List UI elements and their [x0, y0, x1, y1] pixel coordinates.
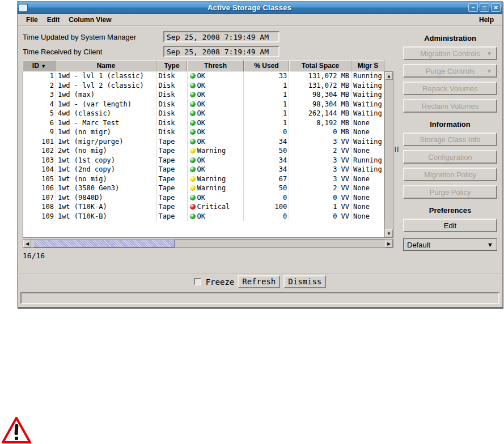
cell-total: 0 VV — [289, 193, 351, 203]
cell-used: 67 — [244, 174, 289, 184]
panel-splitter[interactable]: II — [393, 27, 401, 272]
horizontal-scroll-thumb[interactable] — [33, 240, 175, 247]
table-row[interactable]: 1081wt (T10K-A)TapeCritical1001 VVNone — [23, 202, 384, 212]
cell-total: 98,304 MB — [289, 100, 351, 109]
reclaim-volumes-button[interactable]: Reclaim Volumes — [403, 99, 497, 113]
cell-type: Tape — [157, 174, 188, 184]
cell-thresh: OK — [188, 71, 244, 81]
cell-migr: Running — [351, 71, 384, 81]
freeze-checkbox[interactable] — [194, 278, 201, 285]
cell-used: 0 — [244, 212, 289, 221]
column-header-id[interactable]: ID ▼ — [23, 60, 56, 71]
storage-class-table: ID ▼ Name Type Thresh % Used Total Space… — [23, 60, 393, 260]
cell-total: 131,072 MB — [289, 81, 351, 91]
storage-class-info-button[interactable]: Storage Class Info — [403, 133, 497, 146]
cell-used: 1 — [244, 100, 289, 109]
maximize-button[interactable]: □ — [480, 3, 489, 12]
cell-migr: None — [351, 146, 384, 156]
cell-used: 1 — [244, 90, 289, 100]
scroll-down-icon[interactable]: ▼ — [385, 229, 393, 237]
cell-type: Disk — [157, 90, 188, 100]
cell-thresh: OK — [188, 109, 244, 118]
cell-name: 1wd (no migr) — [56, 127, 157, 137]
purge-policy-button[interactable]: Purge Policy — [403, 185, 497, 199]
table-row[interactable]: 1051wt (no mig)TapeWarning673 VVNone — [23, 174, 384, 184]
cell-name: 1wt (1st copy) — [56, 156, 157, 165]
status-led-icon — [190, 83, 196, 88]
table-row[interactable]: 1041wt (2nd copy)TapeOK343 VVWaiting — [23, 165, 384, 174]
configuration-button[interactable]: Configuration — [403, 150, 497, 164]
table-row[interactable]: 1061wt (3580 Gen3)TapeWarning502 VVNone — [23, 183, 384, 193]
cell-type: Disk — [157, 71, 188, 81]
status-led-icon — [190, 157, 196, 163]
table-row[interactable]: 54wd (classic)DiskOK1262,144 MBWaiting — [23, 109, 384, 118]
column-header-used[interactable]: % Used — [244, 60, 289, 71]
cell-id: 109 — [23, 212, 56, 221]
column-header-total[interactable]: Total Space — [289, 60, 351, 71]
main-panel: Time Updated by System Manager Sep 25, 2… — [19, 27, 393, 272]
time-received-value: Sep 25, 2008 7:19:49 AM — [163, 46, 279, 57]
horizontal-scrollbar[interactable]: ◀ ▶ — [23, 239, 393, 248]
table-row[interactable]: 1031wt (1st copy)TapeOK343 VVRunning — [23, 156, 384, 165]
table-row[interactable]: 1022wt (no mig)TapeWarning502 VVNone — [23, 146, 384, 156]
cell-type: Tape — [157, 137, 188, 147]
cell-name: 1wd - lvl 2 (classic) — [56, 81, 157, 91]
cell-name: 1wd - Marc Test — [56, 118, 157, 128]
scroll-left-icon[interactable]: ◀ — [23, 240, 31, 247]
cell-id: 105 — [23, 174, 56, 184]
menu-edit[interactable]: Edit — [43, 15, 64, 25]
close-button[interactable]: ✕ — [491, 3, 501, 12]
edit-button[interactable]: Edit — [403, 219, 497, 232]
cell-type: Tape — [157, 165, 188, 174]
table-row[interactable]: 61wd - Marc TestDiskOK18,192 MBNone — [23, 118, 384, 128]
migration-policy-button[interactable]: Migration Policy — [403, 168, 497, 181]
cell-id: 108 — [23, 202, 56, 212]
cell-migr: Waiting — [351, 137, 384, 147]
scroll-right-icon[interactable]: ▶ — [385, 240, 393, 247]
vertical-scrollbar[interactable]: ▲ ▼ — [384, 71, 393, 238]
table-row[interactable]: 1011wt (migr/purge)TapeOK343 VVWaiting — [23, 137, 384, 147]
menu-column-view[interactable]: Column View — [65, 15, 115, 25]
cell-thresh: Warning — [188, 183, 244, 193]
scroll-up-icon[interactable]: ▲ — [385, 72, 393, 80]
cell-type: Tape — [157, 193, 188, 203]
information-heading: Information — [402, 120, 498, 129]
cell-name: 1wt (9840D) — [56, 193, 157, 203]
cell-total: 0 VV — [289, 212, 351, 221]
cell-type: Tape — [157, 156, 188, 165]
table-row[interactable]: 31wd (max)DiskOK198,304 MBWaiting — [23, 90, 384, 100]
migration-controls-button[interactable]: Migration Controls ▼ — [403, 46, 497, 60]
dismiss-button[interactable]: Dismiss — [283, 275, 326, 288]
cell-id: 5 — [23, 109, 56, 118]
column-header-name[interactable]: Name — [56, 60, 156, 71]
table-row[interactable]: 11wd - lvl 1 (classic)DiskOK33131,072 MB… — [23, 71, 384, 81]
repack-volumes-button[interactable]: Repack Volumes — [403, 82, 497, 95]
menu-help[interactable]: Help — [475, 15, 498, 25]
cell-migr: Waiting — [351, 109, 384, 118]
column-header-migr[interactable]: Migr S — [351, 60, 384, 71]
column-header-type[interactable]: Type — [156, 60, 187, 71]
cell-used: 0 — [244, 193, 289, 203]
cell-id: 6 — [23, 118, 56, 128]
column-header-thresh[interactable]: Thresh — [187, 60, 244, 71]
cell-migr: None — [351, 212, 384, 221]
status-led-icon — [190, 129, 196, 135]
cell-total: 3 VV — [289, 137, 351, 147]
refresh-button[interactable]: Refresh — [238, 275, 280, 288]
cell-migr: Running — [351, 156, 384, 165]
cell-thresh: OK — [188, 81, 244, 91]
cell-used: 1 — [244, 109, 289, 118]
cell-used: 100 — [244, 202, 289, 212]
table-row[interactable]: 1071wt (9840D)TapeOK00 VVNone — [23, 193, 384, 203]
menu-file[interactable]: File — [22, 15, 42, 25]
minimize-button[interactable]: – — [468, 3, 478, 12]
cell-id: 104 — [23, 165, 56, 174]
table-row[interactable]: 21wd - lvl 2 (classic)DiskOK1131,072 MBW… — [23, 81, 384, 91]
table-row[interactable]: 41wd - (var length)DiskOK198,304 MBWaiti… — [23, 100, 384, 109]
window-menu-icon[interactable] — [19, 5, 27, 11]
cell-thresh: OK — [188, 100, 244, 109]
purge-controls-button[interactable]: Purge Controls ▼ — [403, 64, 497, 78]
preferences-default-select[interactable]: Default ▼ — [403, 238, 497, 251]
table-row[interactable]: 91wd (no migr)DiskOK00 MBNone — [23, 127, 384, 137]
table-row[interactable]: 1091wt (T10K-B)TapeOK00 VVNone — [23, 212, 384, 221]
